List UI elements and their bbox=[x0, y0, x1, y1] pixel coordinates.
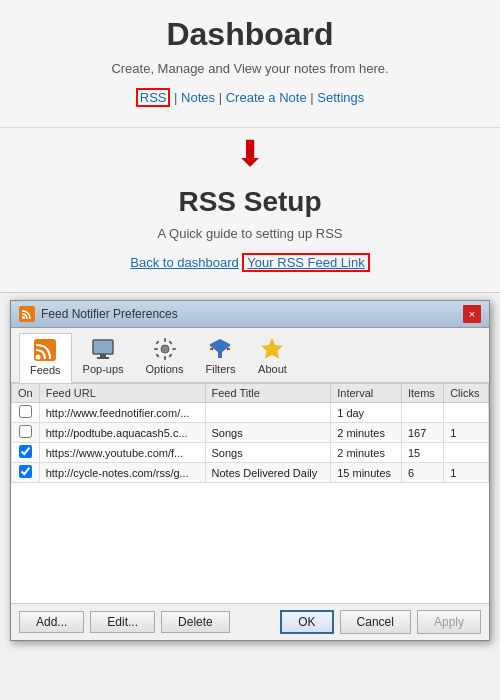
checkbox-3[interactable] bbox=[19, 465, 32, 478]
dialog-close-button[interactable]: × bbox=[463, 305, 481, 323]
cell-items-2: 15 bbox=[401, 443, 443, 463]
about-tab-label: About bbox=[258, 363, 287, 375]
cell-clicks-0 bbox=[444, 403, 489, 423]
svg-rect-10 bbox=[172, 348, 176, 350]
dialog-right-buttons: OK Cancel Apply bbox=[280, 610, 481, 634]
rss-link[interactable]: RSS bbox=[136, 88, 171, 107]
checkbox-0[interactable] bbox=[19, 405, 32, 418]
dashboard-subtitle: Create, Manage and View your notes from … bbox=[60, 61, 440, 76]
cell-clicks-2 bbox=[444, 443, 489, 463]
cell-items-0 bbox=[401, 403, 443, 423]
rss-feed-link-box: Your RSS Feed Link bbox=[242, 253, 369, 272]
dialog-titlebar-left: Feed Notifier Preferences bbox=[19, 306, 178, 322]
tab-popups[interactable]: Pop-ups bbox=[72, 332, 135, 382]
cell-url-1: http://podtube.aquacash5.c... bbox=[39, 423, 205, 443]
cell-title-1: Songs bbox=[205, 423, 331, 443]
cell-interval-3: 15 minutes bbox=[331, 463, 402, 483]
cell-on-3 bbox=[12, 463, 40, 483]
cell-title-3: Notes Delivered Daily bbox=[205, 463, 331, 483]
filters-tab-label: Filters bbox=[206, 363, 236, 375]
tab-feeds[interactable]: Feeds bbox=[19, 333, 72, 383]
cell-title-2: Songs bbox=[205, 443, 331, 463]
dialog-toolbar: Feeds Pop-ups bbox=[11, 328, 489, 383]
feeds-table-container: On Feed URL Feed Title Interval Items Cl… bbox=[11, 383, 489, 483]
col-header-items: Items bbox=[401, 384, 443, 403]
cell-clicks-3: 1 bbox=[444, 463, 489, 483]
cell-on-0 bbox=[12, 403, 40, 423]
cell-interval-0: 1 day bbox=[331, 403, 402, 423]
tab-filters[interactable]: Filters bbox=[194, 332, 246, 382]
rss-links: Back to dashboard Your RSS Feed Link bbox=[60, 253, 440, 272]
create-note-link[interactable]: Create a Note bbox=[226, 90, 307, 105]
popups-tab-icon bbox=[91, 337, 115, 361]
dialog-rss-icon bbox=[19, 306, 35, 322]
dialog-title-text: Feed Notifier Preferences bbox=[41, 307, 178, 321]
notes-link[interactable]: Notes bbox=[181, 90, 215, 105]
svg-rect-14 bbox=[168, 353, 172, 357]
feed-notifier-dialog: Feed Notifier Preferences × Feeds bbox=[10, 300, 490, 641]
cell-interval-1: 2 minutes bbox=[331, 423, 402, 443]
svg-marker-18 bbox=[227, 348, 230, 351]
table-row[interactable]: http://www.feednotifier.com/...1 day bbox=[12, 403, 489, 423]
cell-clicks-1: 1 bbox=[444, 423, 489, 443]
checkbox-2[interactable] bbox=[19, 445, 32, 458]
svg-rect-5 bbox=[97, 357, 109, 359]
cell-title-0 bbox=[205, 403, 331, 423]
col-header-clicks: Clicks bbox=[444, 384, 489, 403]
svg-point-6 bbox=[161, 345, 169, 353]
svg-rect-4 bbox=[100, 354, 106, 357]
col-header-title: Feed Title bbox=[205, 384, 331, 403]
cell-on-2 bbox=[12, 443, 40, 463]
about-tab-icon bbox=[260, 337, 284, 361]
col-header-interval: Interval bbox=[331, 384, 402, 403]
svg-rect-11 bbox=[155, 340, 159, 344]
nav-separator-2: | bbox=[219, 90, 226, 105]
svg-rect-7 bbox=[164, 338, 166, 342]
feeds-tab-label: Feeds bbox=[30, 364, 61, 376]
dialog-bottom-buttons: Add... Edit... Delete OK Cancel Apply bbox=[11, 603, 489, 640]
rss-setup-title: RSS Setup bbox=[60, 186, 440, 218]
svg-rect-9 bbox=[154, 348, 158, 350]
settings-link[interactable]: Settings bbox=[317, 90, 364, 105]
feeds-tab-icon bbox=[33, 338, 57, 362]
svg-rect-13 bbox=[155, 353, 159, 357]
dialog-titlebar: Feed Notifier Preferences × bbox=[11, 301, 489, 328]
tab-about[interactable]: About bbox=[246, 332, 298, 382]
popups-tab-label: Pop-ups bbox=[83, 363, 124, 375]
dashboard-title: Dashboard bbox=[60, 16, 440, 53]
edit-button[interactable]: Edit... bbox=[90, 611, 155, 633]
filters-tab-icon bbox=[208, 337, 232, 361]
svg-marker-17 bbox=[210, 348, 213, 351]
your-rss-feed-link[interactable]: Your RSS Feed Link bbox=[247, 255, 364, 270]
add-button[interactable]: Add... bbox=[19, 611, 84, 633]
rss-setup-section: RSS Setup A Quick guide to setting up RS… bbox=[0, 176, 500, 293]
back-to-dashboard-link[interactable]: Back to dashboard bbox=[130, 255, 238, 270]
dialog-empty-area bbox=[11, 483, 489, 603]
svg-rect-3 bbox=[93, 340, 113, 354]
arrow-container: ⬇ bbox=[0, 128, 500, 176]
svg-rect-12 bbox=[168, 340, 172, 344]
checkbox-1[interactable] bbox=[19, 425, 32, 438]
col-header-on: On bbox=[12, 384, 40, 403]
options-tab-icon bbox=[153, 337, 177, 361]
table-row[interactable]: https://www.youtube.com/f...Songs2 minut… bbox=[12, 443, 489, 463]
cancel-button[interactable]: Cancel bbox=[340, 610, 411, 634]
delete-button[interactable]: Delete bbox=[161, 611, 230, 633]
tab-options[interactable]: Options bbox=[135, 332, 195, 382]
dashboard-section: Dashboard Create, Manage and View your n… bbox=[0, 0, 500, 128]
down-arrow-icon: ⬇ bbox=[0, 136, 500, 172]
svg-point-0 bbox=[22, 316, 25, 319]
apply-button[interactable]: Apply bbox=[417, 610, 481, 634]
options-tab-label: Options bbox=[146, 363, 184, 375]
table-row[interactable]: http://podtube.aquacash5.c...Songs2 minu… bbox=[12, 423, 489, 443]
table-row[interactable]: http://cycle-notes.com/rss/g...Notes Del… bbox=[12, 463, 489, 483]
svg-rect-8 bbox=[164, 356, 166, 360]
ok-button[interactable]: OK bbox=[280, 610, 333, 634]
cell-on-1 bbox=[12, 423, 40, 443]
dialog-left-buttons: Add... Edit... Delete bbox=[19, 611, 274, 633]
cell-items-1: 167 bbox=[401, 423, 443, 443]
cell-url-0: http://www.feednotifier.com/... bbox=[39, 403, 205, 423]
feeds-table: On Feed URL Feed Title Interval Items Cl… bbox=[11, 383, 489, 483]
cell-url-2: https://www.youtube.com/f... bbox=[39, 443, 205, 463]
cell-items-3: 6 bbox=[401, 463, 443, 483]
